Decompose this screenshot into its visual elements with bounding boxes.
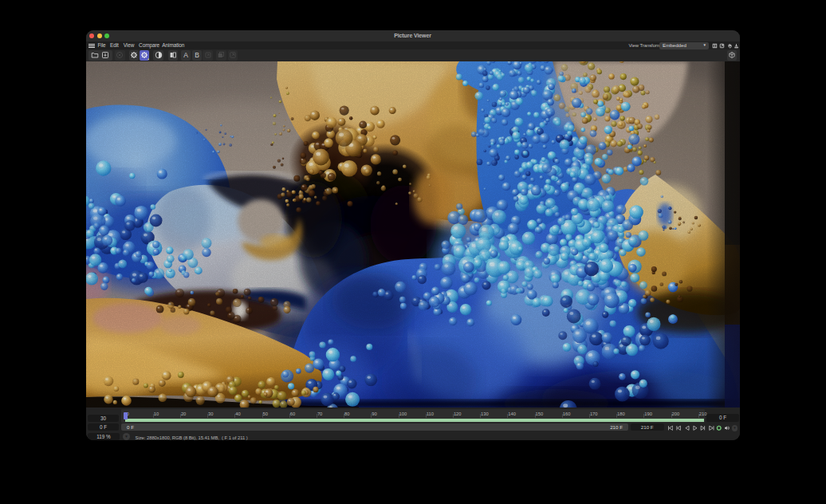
svg-text:B: B bbox=[195, 51, 199, 59]
svg-text:A: A bbox=[183, 51, 188, 59]
